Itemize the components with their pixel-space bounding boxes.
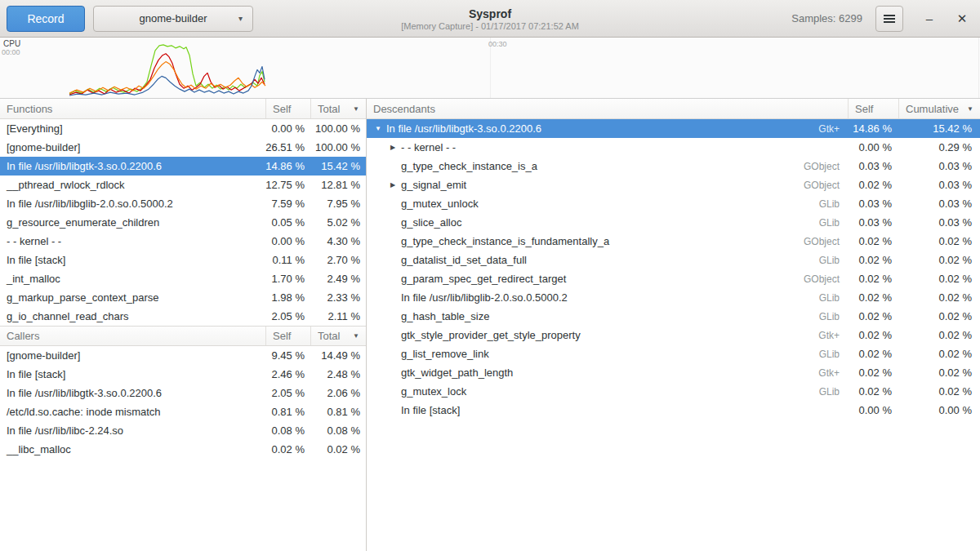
table-row[interactable]: ▶g_signal_emitGObject0.02 %0.03 % — [367, 176, 980, 194]
table-row[interactable]: __pthread_rwlock_rdlock12.75 %12.81 % — [0, 176, 366, 194]
table-row[interactable]: In file /usr/lib/libc-2.24.so0.08 %0.08 … — [0, 421, 366, 440]
total-value: 100.00 % — [310, 141, 366, 153]
table-row[interactable]: [gnome-builder]9.45 %14.49 % — [0, 346, 366, 365]
table-row[interactable]: g_hash_table_sizeGLib0.02 %0.02 % — [367, 307, 980, 326]
table-row[interactable]: g_type_check_instance_is_fundamentally_a… — [367, 232, 980, 251]
table-row[interactable]: - - kernel - -0.00 %4.30 % — [0, 232, 366, 251]
function-name: g_io_channel_read_chars — [0, 310, 265, 322]
table-row[interactable]: In file /usr/lib/libglib-2.0.so.0.5000.2… — [0, 194, 366, 213]
self-value: 0.03 % — [848, 198, 898, 210]
library-tag: GLib — [819, 292, 848, 304]
total-value: 12.81 % — [310, 179, 366, 191]
self-value: 0.02 % — [848, 348, 898, 360]
cumulative-value: 0.02 % — [898, 348, 980, 360]
self-value: 14.86 % — [848, 122, 898, 135]
cumulative-value: 0.03 % — [898, 179, 980, 191]
table-row[interactable]: In file [stack]0.11 %2.70 % — [0, 251, 366, 269]
table-row[interactable]: gtk_style_provider_get_style_propertyGtk… — [367, 326, 980, 344]
function-name: gtk_widget_path_length — [399, 367, 818, 379]
table-row[interactable]: [Everything]0.00 %100.00 % — [0, 119, 366, 138]
table-row[interactable]: /etc/ld.so.cache: inode mismatch0.81 %0.… — [0, 402, 366, 421]
headerbar-right: Samples: 6299 – ✕ — [791, 6, 973, 32]
cpu-label: CPU — [3, 39, 20, 48]
table-row[interactable]: g_markup_parse_context_parse1.98 %2.33 % — [0, 288, 366, 307]
table-row[interactable]: In file /usr/lib/libgtk-3.so.0.2200.614.… — [0, 157, 366, 176]
expander-open-icon[interactable]: ▼ — [372, 125, 385, 132]
self-value: 14.86 % — [265, 160, 310, 172]
table-row[interactable]: g_list_remove_linkGLib0.02 %0.02 % — [367, 344, 980, 363]
table-row[interactable]: g_slice_allocGLib0.03 %0.03 % — [367, 213, 980, 232]
table-row[interactable]: g_datalist_id_set_data_fullGLib0.02 %0.0… — [367, 251, 980, 269]
column-header-self[interactable]: Self — [265, 327, 310, 345]
expander-closed-icon[interactable]: ▶ — [386, 144, 399, 151]
self-value: 1.98 % — [265, 291, 310, 304]
table-row[interactable]: In file /usr/lib/libgtk-3.so.0.2200.62.0… — [0, 384, 366, 402]
function-name: g_mutex_lock — [399, 385, 819, 398]
window-title: Sysprof — [401, 7, 579, 20]
close-button[interactable]: ✕ — [951, 7, 973, 30]
sort-indicator-icon: ▼ — [353, 332, 359, 340]
column-header-descendants[interactable]: Descendants — [367, 99, 848, 118]
column-header-total-label: Total — [318, 103, 340, 115]
functions-body: [Everything]0.00 %100.00 %[gnome-builder… — [0, 119, 366, 326]
self-value: 0.02 % — [265, 443, 310, 455]
column-header-functions[interactable]: Functions — [0, 99, 265, 118]
table-row[interactable]: In file /usr/lib/libglib-2.0.so.0.5000.2… — [367, 288, 980, 307]
self-value: 0.02 % — [848, 329, 898, 341]
function-name: In file /usr/lib/libgtk-3.so.0.2200.6 — [385, 122, 818, 135]
function-name: - - kernel - - — [0, 235, 265, 247]
column-header-callers[interactable]: Callers — [0, 327, 265, 345]
table-row[interactable]: g_mutex_unlockGLib0.03 %0.03 % — [367, 194, 980, 213]
library-tag: GObject — [804, 161, 848, 172]
table-row[interactable]: g_io_channel_read_chars2.05 %2.11 % — [0, 307, 366, 326]
cpu-graph[interactable]: CPU 00:00 00:30 — [0, 38, 980, 99]
library-tag: Gtk+ — [818, 330, 848, 341]
table-row[interactable]: ▼In file /usr/lib/libgtk-3.so.0.2200.6Gt… — [367, 119, 980, 138]
record-button[interactable]: Record — [7, 6, 85, 32]
cumulative-value: 0.02 % — [898, 254, 980, 266]
cumulative-value: 0.03 % — [898, 198, 980, 210]
function-name: g_param_spec_get_redirect_target — [399, 273, 804, 285]
cumulative-value: 0.02 % — [898, 235, 980, 247]
library-tag: GLib — [819, 349, 848, 360]
table-row[interactable]: ▶- - kernel - -0.00 %0.29 % — [367, 138, 980, 157]
self-value: 0.81 % — [265, 406, 310, 418]
table-row[interactable]: In file [stack]2.46 %2.48 % — [0, 365, 366, 384]
cumulative-value: 0.02 % — [898, 273, 980, 285]
cumulative-value: 0.03 % — [898, 160, 980, 172]
expander-closed-icon[interactable]: ▶ — [386, 181, 399, 189]
table-row[interactable]: gtk_widget_path_lengthGtk+0.02 %0.02 % — [367, 363, 980, 382]
table-row[interactable]: In file [stack]0.00 %0.00 % — [367, 401, 980, 420]
library-tag: GLib — [819, 198, 848, 210]
total-value: 2.11 % — [310, 310, 366, 322]
function-name: g_type_check_instance_is_a — [399, 160, 804, 172]
total-value: 0.81 % — [310, 406, 366, 418]
library-tag: GLib — [819, 217, 848, 229]
table-row[interactable]: g_resource_enumerate_children0.05 %5.02 … — [0, 213, 366, 232]
self-value: 0.02 % — [848, 367, 898, 379]
column-header-self[interactable]: Self — [848, 99, 898, 118]
table-row[interactable]: _int_malloc1.70 %2.49 % — [0, 269, 366, 288]
process-selector-dropdown[interactable]: gnome-builder ▾ — [93, 6, 253, 32]
function-name: In file [stack] — [0, 254, 265, 266]
self-value: 7.59 % — [265, 198, 310, 210]
table-row[interactable]: g_param_spec_get_redirect_targetGObject0… — [367, 269, 980, 288]
function-name: g_mutex_unlock — [399, 198, 819, 210]
total-value: 0.08 % — [310, 424, 366, 437]
self-value: 2.46 % — [265, 368, 310, 380]
function-name: - - kernel - - — [399, 141, 840, 153]
table-row[interactable]: __libc_malloc0.02 %0.02 % — [0, 440, 366, 459]
total-value: 100.00 % — [310, 122, 366, 135]
self-value: 0.02 % — [848, 291, 898, 304]
column-header-cumulative[interactable]: Cumulative ▼ — [898, 99, 980, 118]
table-row[interactable]: g_type_check_instance_is_aGObject0.03 %0… — [367, 157, 980, 176]
column-header-total[interactable]: Total ▼ — [310, 327, 366, 345]
column-header-self[interactable]: Self — [265, 99, 310, 118]
minimize-button[interactable]: – — [918, 7, 941, 30]
menu-button[interactable] — [875, 6, 903, 32]
callers-table: Callers Self Total ▼ [gnome-builder]9.45… — [0, 326, 366, 459]
self-value: 0.02 % — [848, 235, 898, 247]
table-row[interactable]: g_mutex_lockGLib0.02 %0.02 % — [367, 382, 980, 401]
table-row[interactable]: [gnome-builder]26.51 %100.00 % — [0, 138, 366, 157]
column-header-total[interactable]: Total ▼ — [310, 99, 366, 118]
